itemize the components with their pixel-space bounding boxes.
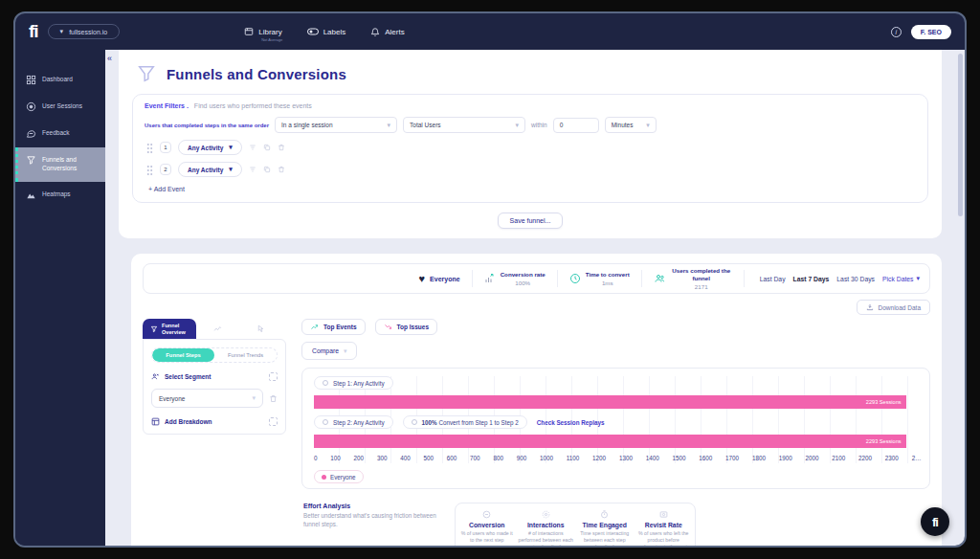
date-filter-last-30-days[interactable]: Last 30 Days bbox=[836, 276, 875, 282]
funnel-step-row: 2 Any Activity ▾ bbox=[145, 162, 916, 177]
expand-box-icon[interactable] bbox=[269, 417, 278, 426]
toggle-funnel-steps[interactable]: Funnel Steps bbox=[152, 348, 214, 362]
funnel-bar-step1[interactable]: 2293 Sessions bbox=[314, 395, 906, 409]
copy-icon[interactable] bbox=[263, 144, 271, 151]
page-title: Funnels and Conversions bbox=[167, 66, 346, 82]
metric-users-completed: Users completed the funnel 2171 bbox=[654, 267, 732, 290]
top-issues-button[interactable]: Top Issues bbox=[375, 319, 437, 335]
date-filters: Last Day Last 7 Days Last 30 Days Pick D… bbox=[756, 275, 920, 282]
x-tick-label: 1600 bbox=[699, 455, 712, 461]
add-event-button[interactable]: + Add Event bbox=[145, 186, 916, 192]
revisit-icon bbox=[636, 510, 692, 519]
tab-funnel-overview[interactable]: Funnel Overview bbox=[143, 319, 196, 339]
filter-icon[interactable] bbox=[249, 144, 256, 151]
effort-col-conversion: Conversion % of users who made it to the… bbox=[459, 510, 515, 548]
pick-dates-dropdown[interactable]: Pick Dates ▾ bbox=[882, 275, 920, 282]
date-filter-last-7-days[interactable]: Last 7 Days bbox=[793, 276, 830, 282]
filter-icon[interactable] bbox=[249, 166, 256, 173]
session-type-select[interactable]: In a single session ▾ bbox=[275, 117, 397, 133]
plus-icon: + bbox=[148, 186, 152, 192]
effort-title: Effort Analysis bbox=[303, 503, 455, 509]
time-unit-select[interactable]: Minutes ▾ bbox=[605, 117, 657, 133]
expand-box-icon[interactable] bbox=[269, 372, 278, 381]
select-segment-row[interactable]: Select Segment bbox=[151, 372, 278, 381]
delete-icon[interactable] bbox=[278, 144, 285, 151]
download-data-button[interactable]: Download Data bbox=[857, 300, 930, 315]
divider bbox=[472, 270, 473, 287]
info-icon[interactable]: i bbox=[891, 27, 902, 37]
tab-trends-icon[interactable] bbox=[196, 319, 239, 339]
percent-circle-icon bbox=[412, 419, 417, 425]
library-icon bbox=[244, 27, 254, 36]
sidebar-item-heatmaps[interactable]: Heatmaps bbox=[15, 182, 105, 209]
tab-compare-icon[interactable] bbox=[239, 319, 282, 339]
sidebar: Dashboard User Sessions Feedback Funnels… bbox=[15, 50, 105, 548]
segment-indicator: ♥ Everyone bbox=[419, 273, 460, 284]
nav-labels[interactable]: Labels bbox=[307, 27, 346, 36]
top-events-button[interactable]: Top Events bbox=[301, 319, 366, 335]
compare-button[interactable]: Compare ▾ bbox=[301, 342, 357, 360]
nav-library[interactable]: Library Not Average bbox=[244, 27, 281, 36]
funnel-bar-step2[interactable]: 2293 Sessions bbox=[314, 435, 906, 448]
date-filter-last-day[interactable]: Last Day bbox=[760, 276, 786, 282]
x-tick-label: 600 bbox=[447, 455, 457, 461]
funnel-chart-column: Top Events Top Issues Compare ▾ bbox=[286, 319, 930, 548]
toggle-funnel-trends[interactable]: Funnel Trends bbox=[214, 348, 277, 362]
scrollbar-thumb[interactable] bbox=[958, 54, 963, 216]
add-breakdown-row[interactable]: Add Breakdown bbox=[151, 417, 278, 426]
trash-icon[interactable] bbox=[269, 394, 278, 403]
save-funnel-button[interactable]: Save funnel... bbox=[498, 212, 564, 229]
clock-icon bbox=[569, 273, 581, 284]
nav-labels-label: Labels bbox=[323, 28, 346, 36]
user-scope-select[interactable]: Total Users ▾ bbox=[403, 117, 525, 133]
effort-col-interactions: Interactions # of interactions performed… bbox=[519, 510, 574, 548]
sidebar-item-funnels[interactable]: Funnels and Conversions bbox=[15, 147, 105, 182]
sidebar-item-user-sessions[interactable]: User Sessions bbox=[15, 94, 105, 121]
user-badge[interactable]: F. SEO bbox=[911, 25, 951, 39]
sidebar-item-feedback[interactable]: Feedback bbox=[15, 121, 105, 147]
step-event-select[interactable]: Any Activity ▾ bbox=[178, 140, 242, 155]
fi-floating-button[interactable]: fi bbox=[921, 507, 949, 536]
time-unit-value: Minutes bbox=[612, 122, 634, 128]
x-tick-label: 2300 bbox=[885, 455, 899, 461]
legend-everyone: Everyone bbox=[314, 470, 364, 483]
sidebar-item-label: Heatmaps bbox=[42, 190, 71, 199]
divider bbox=[557, 270, 558, 287]
segment-select[interactable]: Everyone ▾ bbox=[151, 389, 263, 408]
check-session-replays-link[interactable]: Check Session Replays bbox=[537, 419, 605, 426]
chevron-down-icon: ▾ bbox=[229, 166, 233, 173]
step1-chip[interactable]: Step 1: Any Activity bbox=[314, 376, 393, 390]
funnel-builder-panel: Funnels and Conversions Event Filters . … bbox=[119, 50, 942, 238]
x-tick-label: 800 bbox=[493, 455, 503, 461]
radio-icon bbox=[323, 419, 328, 425]
x-tick-label: 200 bbox=[354, 455, 365, 461]
funnel-left-panel: Funnel Overview Funnel Steps bbox=[143, 319, 286, 435]
drag-handle-icon[interactable] bbox=[146, 165, 153, 175]
x-tick-label: 1300 bbox=[619, 455, 633, 461]
step-event-value: Any Activity bbox=[188, 145, 223, 151]
x-tick-label: 2000 bbox=[805, 455, 818, 461]
x-tick-label: 900 bbox=[517, 455, 527, 461]
compare-label: Compare bbox=[312, 347, 339, 354]
funnel-results-panel: ♥ Everyone Conversion rate 100% bbox=[131, 254, 942, 548]
x-tick-label: 1500 bbox=[672, 455, 685, 461]
conversion-text: Convert from Step 1 to Step 2 bbox=[438, 419, 518, 426]
step2-chip[interactable]: Step 2: Any Activity bbox=[314, 415, 393, 429]
x-tick-label: 500 bbox=[423, 455, 434, 461]
workspace-selector[interactable]: ▾ fullsession.io bbox=[48, 24, 121, 39]
within-input[interactable]: 0 bbox=[553, 118, 599, 133]
collapse-sidebar-icon[interactable]: « bbox=[107, 54, 112, 63]
bar-sessions-label: 2293 Sessions bbox=[866, 399, 902, 405]
drag-handle-icon[interactable] bbox=[146, 143, 153, 153]
effort-analysis-section: Effort Analysis Better understand what's… bbox=[301, 503, 930, 548]
add-event-label: Add Event bbox=[154, 186, 185, 192]
session-type-value: In a single session bbox=[281, 122, 332, 128]
nav-alerts[interactable]: Alerts bbox=[370, 27, 404, 37]
sidebar-item-dashboard[interactable]: Dashboard bbox=[15, 67, 105, 94]
copy-icon[interactable] bbox=[263, 166, 271, 173]
x-tick-label: 1700 bbox=[725, 455, 739, 461]
delete-icon[interactable] bbox=[278, 166, 285, 173]
scrollbar[interactable] bbox=[958, 54, 963, 544]
within-label: within bbox=[531, 122, 547, 128]
step-event-select[interactable]: Any Activity ▾ bbox=[178, 162, 242, 177]
